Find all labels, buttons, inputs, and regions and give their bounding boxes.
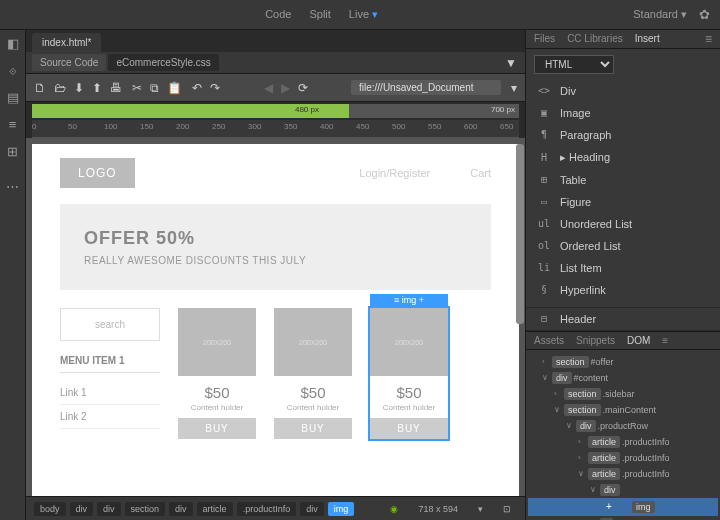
tool-2[interactable]: ⟐ xyxy=(9,63,17,78)
insert-item[interactable]: ulUnordered List xyxy=(530,213,716,235)
breadcrumb-item[interactable]: section xyxy=(125,502,166,516)
cut-icon[interactable]: ✂ xyxy=(132,81,142,95)
sync-icon[interactable]: ✿ xyxy=(699,7,710,22)
insert-item[interactable]: H▸ Heading xyxy=(530,146,716,169)
buy-button[interactable]: BUY xyxy=(274,418,352,439)
dom-node[interactable]: ›section .sidebar xyxy=(528,386,718,402)
layout-dropdown[interactable]: Standard ▾ xyxy=(633,8,687,21)
save-icon[interactable]: ⬇ xyxy=(74,81,84,95)
dom-node[interactable]: ∨section .mainContent xyxy=(528,402,718,418)
nav-cart[interactable]: Cart xyxy=(470,167,491,179)
insert-item[interactable]: ¶Paragraph xyxy=(530,124,716,146)
buy-button[interactable]: BUY xyxy=(178,418,256,439)
lower-panel-menu-icon[interactable]: ≡ xyxy=(662,335,668,346)
tool-1[interactable]: ◧ xyxy=(7,36,19,51)
dom-node[interactable]: ›article .productInfo xyxy=(528,434,718,450)
dom-node[interactable]: p .price xyxy=(528,516,718,520)
view-split[interactable]: Split xyxy=(309,8,330,21)
dom-node[interactable]: ∨div xyxy=(528,482,718,498)
dom-node[interactable]: ∨div #content xyxy=(528,370,718,386)
offer-title: OFFER 50% xyxy=(84,228,467,249)
open-icon[interactable]: 🗁 xyxy=(54,81,66,95)
insert-item[interactable]: ⊞Table xyxy=(530,169,716,191)
insert-item[interactable]: §Hyperlink xyxy=(530,279,716,301)
product-content: Content holder xyxy=(370,403,448,412)
panel-menu-icon[interactable]: ≡ xyxy=(705,32,712,46)
dom-node[interactable]: ›section #offer xyxy=(528,354,718,370)
menu-link-2[interactable]: Link 2 xyxy=(60,405,160,429)
live-preview[interactable]: LOGO Login/Register Cart OFFER 50% REALL… xyxy=(32,144,519,496)
copy-icon[interactable]: ⧉ xyxy=(150,81,159,95)
offer-banner: OFFER 50% REALLY AWESOME DISCOUNTS THIS … xyxy=(60,204,491,290)
media-query-bar[interactable]: 480 px 700 px xyxy=(32,104,519,118)
tab-cc[interactable]: CC Libraries xyxy=(567,33,623,44)
insert-item-icon: ▭ xyxy=(536,196,552,207)
tab-index[interactable]: index.html* xyxy=(32,33,101,52)
doc-toolbar: 🗋 🗁 ⬇ ⬆ 🖶 ✂ ⧉ 📋 ↶ ↷ ◀ ▶ ⟳ file:///Unsave… xyxy=(26,74,525,102)
nav-fwd-icon[interactable]: ▶ xyxy=(281,81,290,95)
product-card[interactable]: 200X200$50Content holderBUY xyxy=(178,308,256,439)
tab-files[interactable]: Files xyxy=(534,33,555,44)
tab-insert[interactable]: Insert xyxy=(635,33,660,44)
tool-3[interactable]: ▤ xyxy=(7,90,19,105)
insert-category-select[interactable]: HTML xyxy=(534,55,614,74)
search-box[interactable]: search xyxy=(60,308,160,341)
dom-node[interactable]: ∨article .productInfo xyxy=(528,466,718,482)
redo-icon[interactable]: ↷ xyxy=(210,81,220,95)
dom-node[interactable]: +img xyxy=(528,498,718,516)
tool-5[interactable]: ⊞ xyxy=(7,144,18,159)
element-badge[interactable]: ≡ img + xyxy=(370,294,448,306)
menu-link-1[interactable]: Link 1 xyxy=(60,381,160,405)
insert-item[interactable]: ▣Image xyxy=(530,102,716,124)
subtab-css[interactable]: eCommerceStyle.css xyxy=(108,54,218,71)
undo-icon[interactable]: ↶ xyxy=(192,81,202,95)
insert-item[interactable]: olOrdered List xyxy=(530,235,716,257)
breadcrumb-item[interactable]: .productInfo xyxy=(237,502,297,516)
insert-item-icon: ul xyxy=(536,218,552,229)
view-code[interactable]: Code xyxy=(265,8,291,21)
insert-item[interactable]: <>Div xyxy=(530,80,716,102)
subtab-source[interactable]: Source Code xyxy=(32,54,106,71)
dom-node[interactable]: ›article .productInfo xyxy=(528,450,718,466)
breadcrumb-item[interactable]: img xyxy=(328,502,355,516)
reload-icon[interactable]: ⟳ xyxy=(298,81,308,95)
product-card[interactable]: ≡ img +200X200$50Content holderBUY xyxy=(370,308,448,439)
insert-item[interactable]: liList Item xyxy=(530,257,716,279)
tab-assets[interactable]: Assets xyxy=(534,335,564,346)
breadcrumb-item[interactable]: article xyxy=(197,502,233,516)
tool-more[interactable]: ⋯ xyxy=(6,179,19,194)
breadcrumb-item[interactable]: div xyxy=(97,502,121,516)
insert-header[interactable]: ⊟ Header xyxy=(526,307,720,331)
insert-item[interactable]: ▭Figure xyxy=(530,191,716,213)
product-image: 200X200 xyxy=(178,308,256,376)
add-node-icon[interactable]: + xyxy=(602,500,616,514)
breadcrumb-item[interactable]: div xyxy=(70,502,94,516)
product-card[interactable]: 200X200$50Content holderBUY xyxy=(274,308,352,439)
lower-panel-tabs: Assets Snippets DOM ≡ xyxy=(526,331,720,350)
print-icon[interactable]: 🖶 xyxy=(110,81,122,95)
horizontal-ruler: 050100150200250300350400450500550600650 xyxy=(32,120,519,138)
tool-4[interactable]: ≡ xyxy=(9,117,17,132)
paste-icon[interactable]: 📋 xyxy=(167,81,182,95)
save-all-icon[interactable]: ⬆ xyxy=(92,81,102,95)
vertical-scrollbar[interactable] xyxy=(516,144,524,324)
nav-back-icon[interactable]: ◀ xyxy=(264,81,273,95)
product-price: $50 xyxy=(178,384,256,401)
tab-dom[interactable]: DOM xyxy=(627,335,650,346)
tab-snippets[interactable]: Snippets xyxy=(576,335,615,346)
buy-button[interactable]: BUY xyxy=(370,418,448,439)
file-tabs: index.html* xyxy=(26,30,525,52)
address-bar[interactable]: file:///Unsaved_Document xyxy=(351,80,501,95)
breadcrumb-item[interactable]: div xyxy=(169,502,193,516)
url-dropdown-icon[interactable]: ▾ xyxy=(511,81,517,95)
new-file-icon[interactable]: 🗋 xyxy=(34,81,46,95)
canvas-area: LOGO Login/Register Cart OFFER 50% REALL… xyxy=(26,138,525,496)
filter-icon[interactable]: ▼ xyxy=(505,56,517,70)
dom-tree[interactable]: ›section #offer∨div #content›section .si… xyxy=(526,350,720,520)
dom-node[interactable]: ∨div .productRow xyxy=(528,418,718,434)
view-live[interactable]: Live ▾ xyxy=(349,8,378,21)
offer-subtitle: REALLY AWESOME DISCOUNTS THIS JULY xyxy=(84,255,467,266)
breadcrumb-item[interactable]: div xyxy=(300,502,324,516)
nav-login[interactable]: Login/Register xyxy=(359,167,430,179)
breadcrumb-item[interactable]: body xyxy=(34,502,66,516)
